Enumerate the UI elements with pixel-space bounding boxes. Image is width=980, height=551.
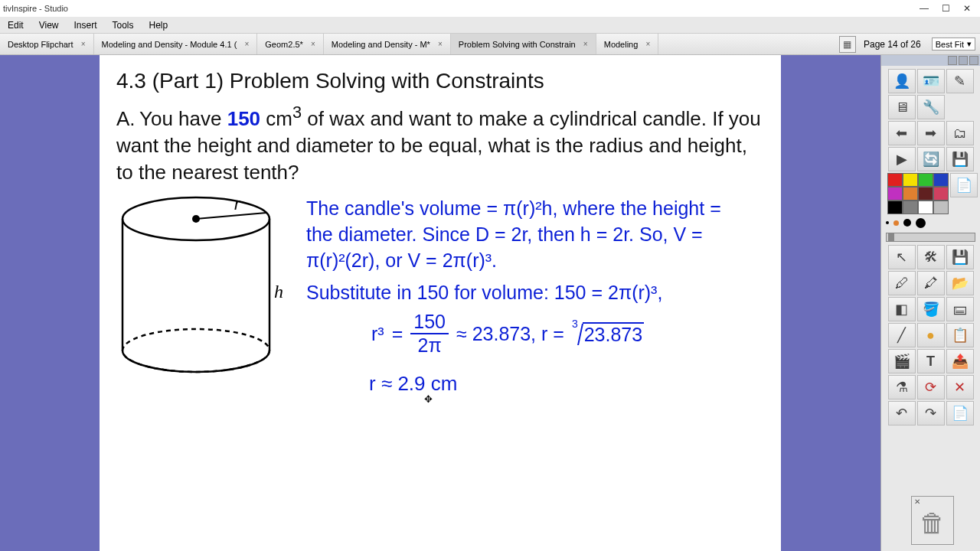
flipchart-page[interactable]: 4.3 (Part 1) Problem Solving with Constr…: [100, 55, 781, 551]
minimize-button[interactable]: —: [914, 2, 934, 15]
highlighter-tool[interactable]: 🖍: [917, 271, 945, 295]
page-thumbnail-icon[interactable]: ▦: [839, 36, 856, 53]
color-swatch[interactable]: [903, 187, 918, 201]
tab-close-icon[interactable]: ×: [241, 39, 252, 50]
brush-size-row[interactable]: [883, 216, 978, 230]
connector-tool[interactable]: ╱: [888, 323, 916, 347]
save-icon[interactable]: 💾: [946, 147, 974, 171]
close-icon[interactable]: ✕: [912, 497, 923, 507]
flask-tool-icon[interactable]: ⚗: [888, 375, 916, 399]
color-swatch[interactable]: [918, 187, 933, 201]
menu-view[interactable]: View: [31, 20, 67, 31]
tab-problem-solving[interactable]: Problem Solving with Constrain×: [451, 34, 596, 54]
folder-open-icon[interactable]: 📂: [946, 271, 974, 295]
close-window-button[interactable]: ✕: [957, 2, 977, 15]
tab-modeling-density-m[interactable]: Modeling and Density - M*×: [324, 34, 451, 54]
menu-edit[interactable]: Edit: [0, 20, 31, 31]
page-indicator: Page 14 of 26: [858, 39, 927, 50]
new-doc-icon[interactable]: 📄: [946, 401, 974, 425]
play-button[interactable]: ▶: [888, 147, 916, 171]
page-blank-icon[interactable]: 📄: [950, 173, 978, 197]
refresh-icon[interactable]: 🔄: [917, 147, 945, 171]
color-swatch[interactable]: [887, 173, 903, 187]
shape-tool[interactable]: ●: [917, 323, 945, 347]
menu-tools[interactable]: Tools: [105, 20, 142, 31]
tool-palette: 👤 🪪 ✎ 🖥 🔧 ⬅ ➡ 🗂 ▶ 🔄 💾: [880, 55, 980, 551]
solution-line-1: The candle's volume = π(r)²h, where the …: [306, 196, 750, 273]
pages-icon[interactable]: 🗂: [946, 121, 974, 145]
trash-icon: 🗑: [920, 508, 946, 538]
export-icon[interactable]: 📤: [946, 349, 974, 373]
profile-tool-icon[interactable]: 👤: [888, 69, 916, 93]
maximize-button[interactable]: ☐: [936, 2, 956, 15]
undo-button[interactable]: ↶: [888, 401, 916, 425]
svg-text:r: r: [234, 194, 241, 214]
annotate-tool-icon[interactable]: ✎: [946, 69, 974, 93]
media-tool-icon[interactable]: 🎬: [888, 349, 916, 373]
height-label: h: [274, 282, 283, 302]
brush-large-icon[interactable]: [903, 219, 911, 227]
size-slider[interactable]: [886, 233, 975, 242]
palette-header[interactable]: [881, 55, 980, 66]
eraser-tool[interactable]: ◧: [888, 297, 916, 321]
disk-icon[interactable]: 💾: [946, 245, 974, 269]
brush-small-icon[interactable]: [886, 221, 889, 224]
tab-close-icon[interactable]: ×: [642, 39, 653, 50]
tab-geom25[interactable]: Geom2.5*×: [257, 34, 324, 54]
tab-close-icon[interactable]: ×: [308, 39, 318, 50]
color-swatch[interactable]: [903, 173, 918, 187]
select-tool[interactable]: ↖: [888, 245, 916, 269]
wrench-tool-icon[interactable]: 🔧: [917, 95, 945, 119]
cylinder-diagram: r: [119, 193, 273, 377]
color-swatch[interactable]: [903, 201, 918, 214]
menu-insert[interactable]: Insert: [66, 20, 104, 31]
prev-page-button[interactable]: ⬅: [888, 121, 916, 145]
text-tool[interactable]: T: [917, 349, 945, 373]
svg-line-5: [196, 213, 266, 219]
badge-tool-icon[interactable]: 🪪: [917, 69, 945, 93]
tab-modeling-density-1[interactable]: Modeling and Density - Module 4.1 (×: [94, 34, 258, 54]
menu-help[interactable]: Help: [142, 20, 176, 31]
color-swatch[interactable]: [918, 201, 933, 214]
tab-close-icon[interactable]: ×: [78, 39, 89, 50]
settings-tool-icon[interactable]: 🛠: [917, 245, 945, 269]
fill-tool[interactable]: 🪣: [917, 297, 945, 321]
tab-modeling[interactable]: Modeling×: [596, 34, 659, 54]
redo-button[interactable]: ↷: [917, 401, 945, 425]
app-title: tivInspire - Studio: [3, 4, 68, 13]
color-swatch[interactable]: [933, 187, 949, 201]
tab-close-icon[interactable]: ×: [580, 39, 591, 50]
color-swatch[interactable]: [933, 173, 949, 187]
zoom-select[interactable]: Best Fit▾: [932, 37, 975, 51]
document-tabs: Desktop Flipchart× Modeling and Density …: [0, 34, 980, 55]
print-icon[interactable]: 🖴: [946, 297, 974, 321]
chevron-down-icon: ▾: [967, 39, 972, 49]
equation-row: r³ = 1502π ≈ 23.873, r = 3 23.873: [371, 312, 644, 355]
next-page-button[interactable]: ➡: [917, 121, 945, 145]
problem-text: A.You have 150 cm3 of wax and want to ma…: [116, 101, 764, 186]
reset-icon[interactable]: ⟳: [917, 375, 945, 399]
move-cursor-icon: ✥: [424, 393, 433, 405]
screen-tool-icon[interactable]: 🖥: [888, 95, 916, 119]
tab-desktop-flipchart[interactable]: Desktop Flipchart×: [0, 34, 94, 54]
color-swatch[interactable]: [887, 187, 903, 201]
clipboard-icon[interactable]: 📋: [946, 323, 974, 347]
menu-bar: Edit View Insert Tools Help: [0, 17, 980, 34]
brush-med-icon[interactable]: [893, 220, 899, 226]
canvas-area[interactable]: 4.3 (Part 1) Problem Solving with Constr…: [0, 55, 880, 551]
color-swatch[interactable]: [918, 173, 933, 187]
answer-row: r ≈ 2.9 cm: [369, 372, 457, 396]
delete-icon[interactable]: ✕: [946, 375, 974, 399]
color-swatch[interactable]: [887, 201, 903, 214]
page-title: 4.3 (Part 1) Problem Solving with Constr…: [116, 69, 764, 93]
color-swatch[interactable]: [933, 201, 949, 214]
title-bar: tivInspire - Studio — ☐ ✕: [0, 0, 980, 17]
brush-xl-icon[interactable]: [916, 218, 926, 228]
pen-tool[interactable]: 🖊: [888, 271, 916, 295]
tab-close-icon[interactable]: ×: [435, 39, 446, 50]
trash-bin[interactable]: ✕ 🗑: [911, 496, 954, 545]
color-swatches: [887, 173, 949, 214]
solution-line-2: Substitute in 150 for volume: 150 = 2π(r…: [306, 282, 766, 304]
